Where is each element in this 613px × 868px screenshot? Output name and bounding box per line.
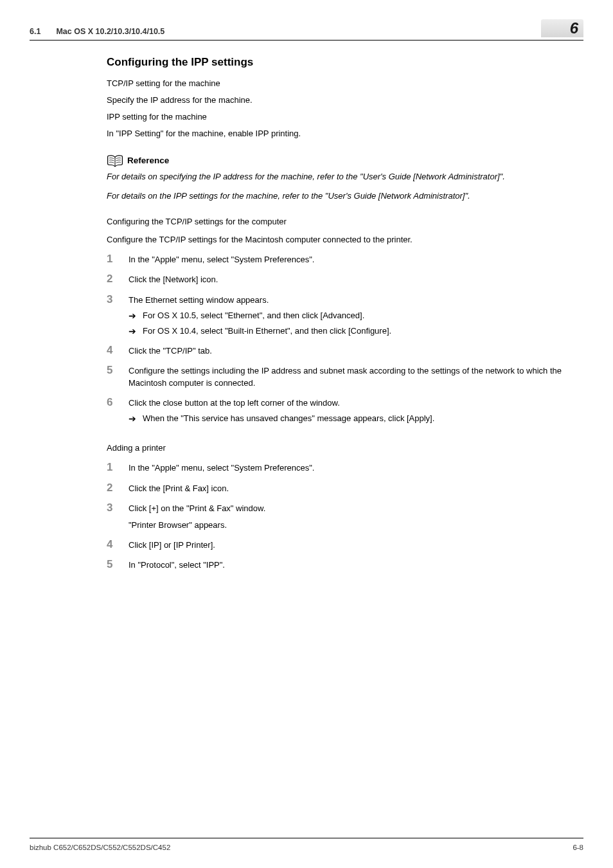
footer-right: 6-8: [573, 842, 583, 853]
reference-label: Reference: [127, 155, 169, 167]
step-number: 3: [107, 294, 129, 306]
step-body: Click [+] on the "Print & Fax" window. "…: [129, 502, 577, 531]
step-item: 6 Click the close button at the top left…: [107, 397, 577, 424]
adding-steps: 1 In the "Apple" menu, select "System Pr…: [107, 462, 577, 571]
intro-para: In "IPP Setting" for the machine, enable…: [107, 128, 577, 140]
arrow-icon: ➔: [129, 325, 143, 337]
sub-text: When the "This service has unsaved chang…: [143, 413, 577, 424]
subheading-adding: Adding a printer: [107, 442, 577, 454]
step-text: Click the [Print & Fax] icon.: [129, 482, 577, 494]
tcpip-intro: Configure the TCP/IP settings for the Ma…: [107, 234, 577, 246]
reference-item: For details on the IPP settings for the …: [107, 190, 577, 202]
step-number: 4: [107, 539, 129, 551]
step-item: 4 Click [IP] or [IP Printer].: [107, 539, 577, 551]
step-text: Click the "TCP/IP" tab.: [129, 345, 577, 357]
step-item: 4 Click the "TCP/IP" tab.: [107, 345, 577, 357]
step-item: 2 Click the [Print & Fax] icon.: [107, 482, 577, 494]
step-after: "Printer Browser" appears.: [129, 520, 577, 531]
step-number: 1: [107, 462, 129, 474]
step-text: Click the close button at the top left c…: [129, 397, 577, 409]
section-number: 6.1: [30, 27, 40, 36]
tcpip-steps: 1 In the "Apple" menu, select "System Pr…: [107, 253, 577, 424]
step-text: Click the [Network] icon.: [129, 273, 577, 285]
reference-heading: Reference: [107, 154, 577, 167]
step-number: 5: [107, 559, 129, 571]
page-header: 6.1Mac OS X 10.2/10.3/10.4/10.5 6: [30, 19, 583, 40]
step-item: 3 Click [+] on the "Print & Fax" window.…: [107, 502, 577, 531]
arrow-icon: ➔: [129, 413, 143, 424]
step-text: Click [IP] or [IP Printer].: [129, 539, 577, 551]
step-number: 3: [107, 502, 129, 514]
intro-para: IPP setting for the machine: [107, 111, 577, 123]
step-item: 3 The Ethernet setting window appears. ➔…: [107, 294, 577, 338]
step-item: 1 In the "Apple" menu, select "System Pr…: [107, 462, 577, 474]
step-item: 5 Configure the settings including the I…: [107, 365, 577, 388]
sub-text: For OS X 10.4, select "Built-in Ethernet…: [143, 325, 577, 337]
footer-left: bizhub C652/C652DS/C552/C552DS/C452: [30, 842, 170, 853]
arrow-icon: ➔: [129, 310, 143, 321]
page-title: Configuring the IPP settings: [107, 55, 577, 70]
step-text: In the "Apple" menu, select "System Pref…: [129, 462, 577, 474]
step-text: Configure the settings including the IP …: [129, 365, 577, 388]
sub-item: ➔ For OS X 10.5, select "Ethernet", and …: [129, 310, 577, 321]
sub-text: For OS X 10.5, select "Ethernet", and th…: [143, 310, 577, 321]
intro-para: TCP/IP setting for the machine: [107, 78, 577, 89]
step-item: 2 Click the [Network] icon.: [107, 273, 577, 285]
sub-item: ➔ When the "This service has unsaved cha…: [129, 413, 577, 424]
step-number: 2: [107, 273, 129, 285]
section-title-text: Mac OS X 10.2/10.3/10.4/10.5: [56, 27, 164, 36]
reference-item: For details on specifying the IP address…: [107, 171, 577, 183]
step-number: 6: [107, 397, 129, 409]
step-text: Click [+] on the "Print & Fax" window.: [129, 503, 577, 514]
chapter-tab: 6: [541, 19, 583, 37]
content-area: Configuring the IPP settings TCP/IP sett…: [30, 55, 583, 571]
header-divider: [30, 40, 583, 41]
step-text: In "Protocol", select "IPP".: [129, 559, 577, 571]
chapter-number: 6: [570, 19, 578, 37]
step-number: 4: [107, 345, 129, 357]
page-footer: bizhub C652/C652DS/C552/C552DS/C452 6-8: [30, 838, 583, 853]
step-text: The Ethernet setting window appears.: [129, 294, 577, 306]
step-item: 1 In the "Apple" menu, select "System Pr…: [107, 253, 577, 266]
step-number: 2: [107, 482, 129, 494]
step-body: The Ethernet setting window appears. ➔ F…: [129, 294, 577, 338]
step-number: 1: [107, 253, 129, 266]
book-icon: [107, 154, 123, 167]
header-left: 6.1Mac OS X 10.2/10.3/10.4/10.5: [30, 26, 164, 38]
step-text: In the "Apple" menu, select "System Pref…: [129, 253, 577, 266]
step-number: 5: [107, 365, 129, 377]
subheading-tcpip: Configuring the TCP/IP settings for the …: [107, 216, 577, 228]
step-item: 5 In "Protocol", select "IPP".: [107, 559, 577, 571]
step-body: Click the close button at the top left c…: [129, 397, 577, 424]
sub-item: ➔ For OS X 10.4, select "Built-in Ethern…: [129, 325, 577, 337]
intro-para: Specify the IP address for the machine.: [107, 95, 577, 106]
footer-divider: [30, 838, 583, 838]
